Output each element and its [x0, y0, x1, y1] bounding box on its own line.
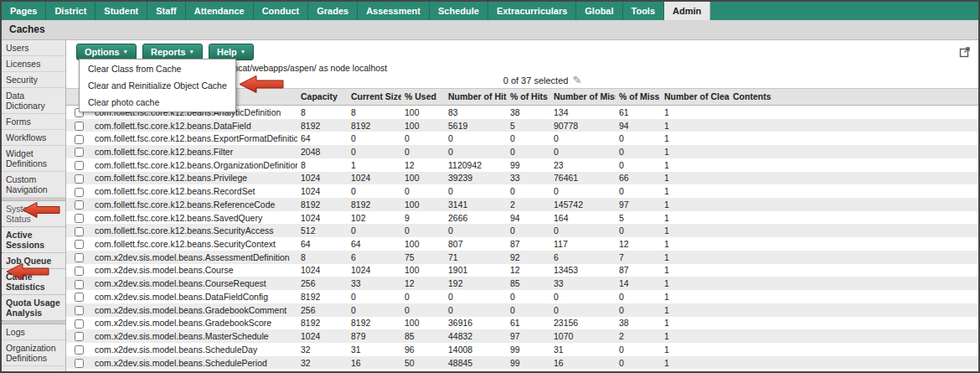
- table-row: com.x2dev.sis.model.beans.SchedulePeriod…: [66, 356, 978, 370]
- tab-tools[interactable]: Tools: [623, 2, 665, 20]
- sidebar-item-forms[interactable]: Forms: [2, 114, 65, 130]
- top-nav: PagesDistrictStudentStaffAttendanceCondu…: [2, 2, 978, 20]
- row-checkbox[interactable]: [75, 332, 84, 341]
- cell-number-of-hits: 2666: [445, 211, 507, 225]
- options-button[interactable]: Options▼: [76, 44, 137, 60]
- cell-number-of-hits: 39239: [445, 172, 507, 185]
- cell-contents: [730, 237, 978, 251]
- row-checkbox[interactable]: [75, 293, 84, 302]
- cell-number-of-hits: 0: [445, 145, 507, 158]
- cell-number-of-hits: 44832: [445, 329, 507, 343]
- sidebar-item-licenses[interactable]: Licenses: [2, 56, 65, 72]
- menu-item-clear-and-reinitialize-object-cache[interactable]: Clear and Reinitialize Object Cache: [80, 77, 235, 94]
- cell-capacity: 8: [297, 251, 348, 264]
- cell-number-of-clear: 1: [661, 356, 730, 370]
- cell-contents: [730, 264, 978, 277]
- table-row: com.follett.fsc.core.k12.beans.Filter204…: [66, 145, 978, 158]
- cell-number-of-miss: 6: [550, 251, 616, 264]
- help-button[interactable]: Help▼: [209, 44, 254, 60]
- row-checkbox[interactable]: [75, 200, 84, 210]
- cell-contents: [730, 172, 978, 185]
- row-checkbox[interactable]: [75, 267, 84, 276]
- sidebar-item-active-sessions[interactable]: Active Sessions: [2, 227, 65, 253]
- row-checkbox[interactable]: [75, 240, 84, 249]
- sidebar-item-data-dictionary[interactable]: Data Dictionary: [2, 88, 65, 114]
- row-checkbox[interactable]: [75, 122, 84, 131]
- tab-attendance[interactable]: Attendance: [186, 2, 254, 20]
- tab-pages[interactable]: Pages: [2, 2, 46, 20]
- menu-item-clear-photo-cache[interactable]: Clear photo cache: [80, 94, 235, 111]
- maximize-icon[interactable]: [959, 46, 971, 58]
- cell-name: com.follett.fsc.core.k12.beans.Filter: [91, 145, 297, 158]
- tab-student[interactable]: Student: [95, 2, 147, 20]
- row-checkbox[interactable]: [75, 306, 84, 315]
- table-row: com.follett.fsc.core.k12.beans.RecordSet…: [66, 184, 978, 198]
- tab-assessment[interactable]: Assessment: [358, 2, 430, 20]
- row-checkbox[interactable]: [75, 345, 84, 355]
- row-checkbox[interactable]: [75, 174, 84, 184]
- cell-of-hits: 99: [507, 356, 550, 370]
- cell-capacity: 64: [297, 132, 348, 145]
- sidebar-item-cache-statistics[interactable]: Cache Statistics: [2, 269, 65, 295]
- tab-global[interactable]: Global: [576, 2, 622, 20]
- edit-selection-pencil-icon[interactable]: ✎: [572, 74, 581, 86]
- row-checkbox[interactable]: [75, 188, 84, 197]
- cell-number-of-clear: 1: [661, 184, 730, 198]
- cell-capacity: 8: [297, 158, 348, 172]
- sidebar-item-logs[interactable]: Logs: [2, 324, 65, 340]
- selection-count-text: 0 of 37 selected: [503, 75, 569, 85]
- tab-staff[interactable]: Staff: [147, 2, 185, 20]
- cell-of-miss: 14: [616, 277, 661, 290]
- row-checkbox-cell: [66, 251, 91, 264]
- row-checkbox[interactable]: [75, 214, 84, 223]
- menu-item-clear-class-from-cache[interactable]: Clear Class from Cache: [80, 60, 235, 77]
- tab-schedule[interactable]: Schedule: [430, 2, 488, 20]
- tab-conduct[interactable]: Conduct: [254, 2, 309, 20]
- cell-number-of-hits: 48845: [445, 356, 507, 370]
- sidebar-item-job-queue[interactable]: Job Queue: [2, 253, 65, 269]
- row-checkbox[interactable]: [75, 227, 84, 236]
- tab-grades[interactable]: Grades: [308, 2, 358, 20]
- sidebar-item-quota-usage-analysis[interactable]: Quota Usage Analysis: [2, 295, 65, 321]
- cell-of-miss: 38: [616, 317, 661, 330]
- tab-district[interactable]: District: [46, 2, 95, 20]
- row-checkbox-cell: [66, 158, 91, 172]
- cell-number-of-hits: 83: [445, 106, 507, 119]
- cell-name: com.follett.fsc.core.k12.beans.SecurityA…: [91, 224, 297, 237]
- row-checkbox[interactable]: [75, 280, 84, 289]
- row-checkbox-cell: [66, 303, 91, 317]
- cell-of-miss: 0: [616, 356, 661, 370]
- cell-current-size: 0: [348, 132, 401, 145]
- row-checkbox[interactable]: [75, 135, 84, 144]
- tab-extracurriculars[interactable]: Extracurriculars: [488, 2, 576, 20]
- sidebar-item-custom-navigation[interactable]: Custom Navigation: [2, 172, 65, 198]
- sidebar-item-users[interactable]: Users: [2, 40, 65, 56]
- sidebar-item-widget-definitions[interactable]: Widget Definitions: [2, 146, 65, 172]
- button-label: Reports: [151, 47, 186, 57]
- caret-down-icon: ▼: [123, 49, 128, 55]
- reports-button[interactable]: Reports▼: [142, 44, 203, 60]
- cell-number-of-clear: 1: [661, 343, 730, 356]
- cell-name: com.follett.fsc.core.k12.beans.Privilege: [91, 172, 297, 185]
- cell-contents: [730, 158, 978, 172]
- row-checkbox[interactable]: [75, 359, 84, 368]
- cell-contents: [730, 329, 978, 343]
- tab-admin[interactable]: Admin: [664, 2, 710, 20]
- cell-number-of-miss: 164: [550, 211, 616, 225]
- row-checkbox[interactable]: [75, 148, 84, 157]
- cell-current-size: 0: [348, 303, 401, 317]
- table-row: com.follett.fsc.core.k12.beans.Organizat…: [66, 158, 978, 172]
- sidebar-item-organization-definitions[interactable]: Organization Definitions: [2, 340, 65, 366]
- cell-number-of-clear: 1: [661, 211, 730, 225]
- cell-current-size: 8192: [348, 198, 401, 211]
- cell-of-hits: 99: [507, 343, 550, 356]
- sidebar-item-workflows[interactable]: Workflows: [2, 130, 65, 146]
- cell-name: com.follett.fsc.core.k12.beans.SavedQuer…: [91, 211, 297, 225]
- cell-of-hits: 33: [507, 172, 550, 185]
- sidebar-item-security[interactable]: Security: [2, 72, 65, 88]
- row-checkbox[interactable]: [75, 161, 84, 170]
- cell-capacity: 256: [297, 277, 348, 290]
- row-checkbox[interactable]: [75, 253, 84, 262]
- cell-number-of-miss: 134: [550, 106, 616, 119]
- row-checkbox[interactable]: [75, 319, 84, 329]
